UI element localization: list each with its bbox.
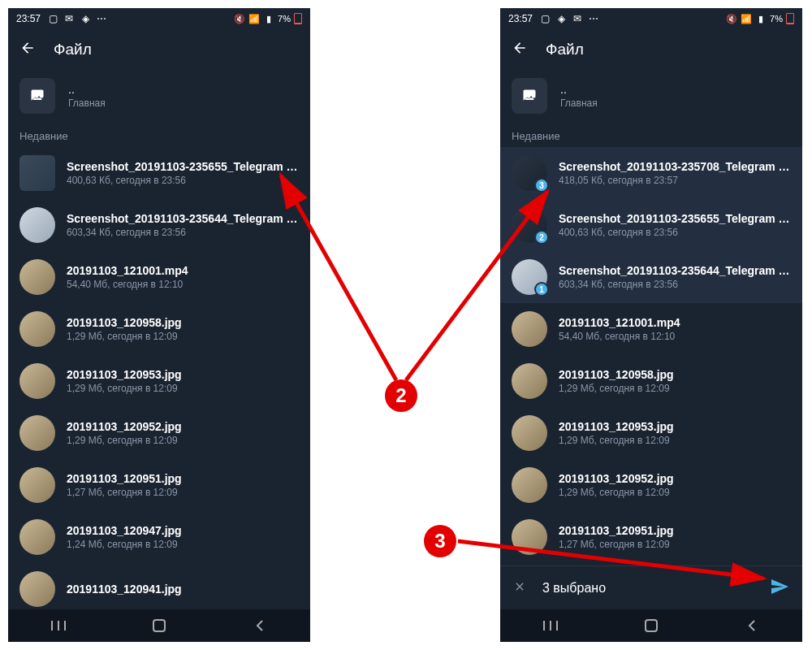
mute-icon: 🔇: [726, 13, 737, 24]
file-row[interactable]: Screenshot_20191103-235644_Telegram X.jp…: [8, 199, 310, 251]
file-text: Screenshot_20191103-235644_Telegram X.jp…: [67, 212, 299, 238]
app-title: Файл: [54, 41, 92, 58]
selection-bar: 3 выбрано: [500, 566, 802, 609]
status-time: 23:57: [508, 13, 533, 24]
back-button[interactable]: [512, 40, 528, 59]
file-meta: 1,29 Мб, сегодня в 12:09: [67, 383, 299, 394]
file-row[interactable]: 20191103_120953.jpg1,29 Мб, сегодня в 12…: [500, 407, 802, 459]
file-meta: 1,24 Мб, сегодня в 12:09: [67, 539, 299, 550]
file-row[interactable]: 20191103_120953.jpg1,29 Мб, сегодня в 12…: [8, 355, 310, 407]
file-text: 20191103_120952.jpg1,29 Мб, сегодня в 12…: [67, 420, 299, 446]
file-text: 20191103_120947.jpg1,24 Мб, сегодня в 12…: [67, 524, 299, 550]
more-icon: ⋯: [96, 13, 107, 24]
android-nav-bar: [8, 609, 310, 642]
file-row[interactable]: 20191103_120951.jpg1,27 Мб, сегодня в 12…: [8, 459, 310, 511]
wifi-icon: 📶: [248, 13, 260, 24]
file-thumbnail: [19, 207, 55, 243]
folder-sub: Главная: [560, 98, 598, 109]
signal-icon: ▮: [263, 13, 274, 24]
file-row[interactable]: 2Screenshot_20191103-235655_Telegram X.j…: [500, 199, 802, 251]
file-thumbnail: [19, 571, 55, 607]
file-row[interactable]: Screenshot_20191103-235655_Telegram X.jp…: [8, 147, 310, 199]
file-row[interactable]: 20191103_120941.jpg: [8, 563, 310, 609]
file-name: Screenshot_20191103-235644_Telegram X.jp…: [67, 212, 299, 225]
file-text: Screenshot_20191103-235655_Telegram X.jp…: [559, 212, 791, 238]
svg-rect-7: [646, 620, 657, 631]
file-meta: 603,34 Кб, сегодня в 23:56: [67, 227, 299, 238]
file-name: 20191103_120958.jpg: [67, 316, 299, 329]
android-nav-bar: [500, 609, 802, 642]
status-time: 23:57: [16, 13, 41, 24]
phone-screen-left: 23:57 ▢ ✉ ◈ ⋯ 🔇 📶 ▮ 7% Файл .. Главная Н…: [8, 8, 310, 642]
file-text: 20191103_120958.jpg1,29 Мб, сегодня в 12…: [559, 368, 791, 394]
file-row[interactable]: 20191103_121001.mp454,40 Мб, сегодня в 1…: [500, 303, 802, 355]
file-text: 20191103_120951.jpg1,27 Мб, сегодня в 12…: [559, 524, 791, 550]
file-name: 20191103_120953.jpg: [67, 368, 299, 381]
nav-recents[interactable]: [50, 617, 67, 635]
folder-dots: ..: [560, 83, 598, 96]
file-list: Screenshot_20191103-235655_Telegram X.jp…: [8, 147, 310, 609]
folder-dots: ..: [68, 83, 106, 96]
file-row[interactable]: 1Screenshot_20191103-235644_Telegram X.j…: [500, 251, 802, 303]
signal-icon: ▮: [755, 13, 767, 24]
file-row[interactable]: 20191103_121001.mp454,40 Мб, сегодня в 1…: [8, 251, 310, 303]
battery-percent: 7%: [278, 14, 291, 24]
file-text: 20191103_121001.mp454,40 Мб, сегодня в 1…: [67, 264, 299, 290]
battery-percent: 7%: [770, 14, 783, 24]
file-row[interactable]: 20191103_120952.jpg1,29 Мб, сегодня в 12…: [500, 459, 802, 511]
file-text: Screenshot_20191103-235708_Telegram X.jp…: [559, 160, 791, 186]
file-thumbnail: [19, 467, 55, 503]
section-header: Недавние: [8, 122, 310, 147]
telegram-icon: ◈: [80, 13, 91, 24]
file-thumbnail: [512, 415, 547, 451]
nav-back[interactable]: [743, 617, 761, 635]
send-button[interactable]: [770, 577, 789, 600]
file-meta: 418,05 Кб, сегодня в 23:57: [559, 175, 791, 186]
parent-folder-row[interactable]: .. Главная: [8, 70, 310, 122]
file-name: Screenshot_20191103-235644_Telegram X.jp…: [559, 264, 791, 277]
file-name: 20191103_120951.jpg: [67, 472, 299, 485]
folder-icon: [19, 78, 55, 114]
app-title: Файл: [546, 41, 584, 58]
file-meta: 1,29 Мб, сегодня в 12:09: [559, 383, 791, 394]
nav-home[interactable]: [150, 617, 168, 635]
file-text: 20191103_120958.jpg1,29 Мб, сегодня в 12…: [67, 316, 299, 342]
nav-back[interactable]: [251, 617, 269, 635]
nav-recents[interactable]: [542, 617, 559, 635]
file-row[interactable]: 20191103_120947.jpg1,24 Мб, сегодня в 12…: [8, 511, 310, 563]
svg-rect-3: [153, 620, 165, 631]
file-name: 20191103_121001.mp4: [67, 264, 299, 277]
file-meta: 54,40 Мб, сегодня в 12:10: [559, 331, 791, 342]
section-header: Недавние: [500, 122, 802, 147]
file-row[interactable]: 20191103_120958.jpg1,29 Мб, сегодня в 12…: [500, 355, 802, 407]
file-name: 20191103_120947.jpg: [67, 524, 299, 537]
file-row[interactable]: 3Screenshot_20191103-235708_Telegram X.j…: [500, 147, 802, 199]
file-thumbnail: [19, 519, 55, 555]
nav-home[interactable]: [642, 617, 660, 635]
file-thumbnail: [512, 519, 547, 555]
image-icon: ▢: [539, 13, 551, 24]
file-name: 20191103_120958.jpg: [559, 368, 791, 381]
file-meta: 1,29 Мб, сегодня в 12:09: [559, 487, 791, 498]
back-button[interactable]: [19, 40, 36, 59]
file-row[interactable]: 20191103_120952.jpg1,29 Мб, сегодня в 12…: [8, 407, 310, 459]
folder-text: .. Главная: [560, 83, 598, 109]
file-text: 20191103_121001.mp454,40 Мб, сегодня в 1…: [559, 316, 791, 342]
file-text: 20191103_120953.jpg1,29 Мб, сегодня в 12…: [559, 420, 791, 446]
file-row[interactable]: 20191103_120958.jpg1,29 Мб, сегодня в 12…: [8, 303, 310, 355]
file-text: 20191103_120952.jpg1,29 Мб, сегодня в 12…: [559, 472, 791, 498]
mute-icon: 🔇: [234, 13, 245, 24]
clear-selection-button[interactable]: [513, 580, 526, 596]
file-name: Screenshot_20191103-235655_Telegram X.jp…: [559, 212, 791, 225]
file-row[interactable]: 20191103_120951.jpg1,27 Мб, сегодня в 12…: [500, 511, 802, 563]
parent-folder-row[interactable]: .. Главная: [500, 70, 802, 122]
file-text: Screenshot_20191103-235655_Telegram X.jp…: [67, 160, 299, 186]
file-thumbnail: 3: [512, 155, 547, 191]
status-right-icons: 🔇 📶 ▮ 7%: [726, 13, 794, 24]
file-meta: 1,29 Мб, сегодня в 12:09: [67, 435, 299, 446]
file-name: 20191103_121001.mp4: [559, 316, 791, 329]
file-meta: 400,63 Кб, сегодня в 23:56: [559, 227, 791, 238]
file-meta: 1,27 Мб, сегодня в 12:09: [559, 539, 791, 550]
battery-icon: [294, 13, 302, 24]
selection-badge: 2: [534, 230, 549, 245]
